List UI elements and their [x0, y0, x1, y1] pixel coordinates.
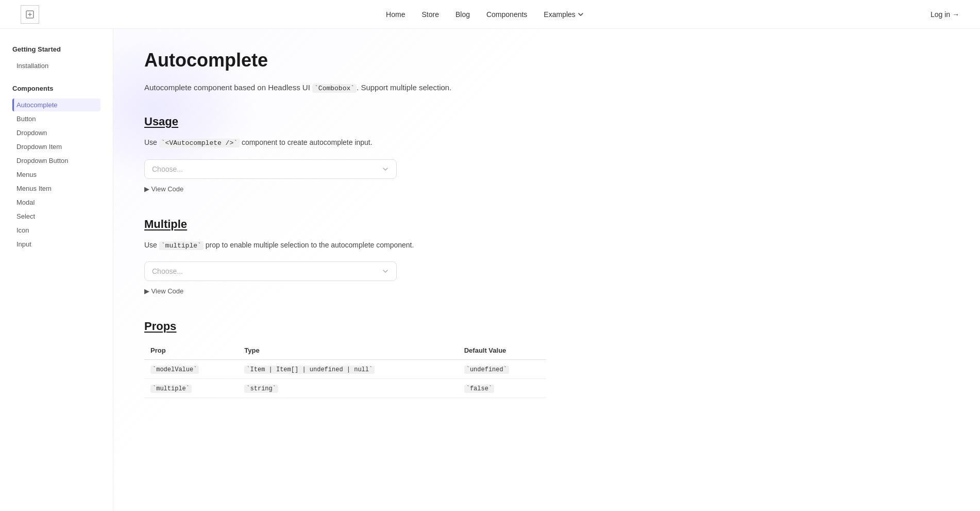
view-code-label-usage: ▶ View Code	[144, 185, 183, 193]
autocomplete-input-multiple[interactable]: Choose...	[144, 261, 397, 281]
sidebar: Getting Started Installation Components …	[0, 29, 113, 511]
props-table: Prop Type Default Value `modelValue` `It…	[144, 341, 546, 398]
prop-name-modelvalue: `modelValue`	[144, 360, 238, 379]
prop-name-multiple: `multiple`	[144, 379, 238, 398]
nav-blog[interactable]: Blog	[455, 10, 470, 19]
sidebar-item-button[interactable]: Button	[12, 112, 100, 125]
section-usage: Usage Use `<VAutocomplete />` component …	[144, 115, 546, 193]
prop-type-multiple: `string`	[238, 379, 458, 398]
sidebar-section-components: Components Autocomplete Button Dropdown …	[12, 85, 100, 251]
prop-default-modelvalue: `undefined`	[458, 360, 546, 379]
table-row: `modelValue` `Item | Item[] | undefined …	[144, 360, 546, 379]
autocomplete-placeholder-usage: Choose...	[152, 165, 183, 173]
prop-type-modelvalue: `Item | Item[] | undefined | null`	[238, 360, 458, 379]
props-table-header-row: Prop Type Default Value	[144, 341, 546, 360]
nav-store[interactable]: Store	[421, 10, 438, 19]
sidebar-section-title-getting-started: Getting Started	[12, 45, 100, 53]
sidebar-section-getting-started: Getting Started Installation	[12, 45, 100, 72]
prop-default-multiple: `false`	[458, 379, 546, 398]
view-code-usage[interactable]: ▶ View Code	[144, 185, 546, 193]
page-description: Autocomplete component based on Headless…	[144, 81, 546, 94]
section-title-usage: Usage	[144, 115, 546, 128]
nav-components[interactable]: Components	[486, 10, 527, 19]
sidebar-item-menus-item[interactable]: Menus Item	[12, 182, 100, 195]
usage-desc-code: `<VAutocomplete />`	[159, 139, 240, 147]
sidebar-item-dropdown-item[interactable]: Dropdown Item	[12, 140, 100, 153]
navbar: Home Store Blog Components Examples Log …	[0, 0, 980, 29]
multiple-desc-suffix: prop to enable multiple selection to the…	[204, 241, 414, 249]
usage-desc-suffix: component to create autocomplete input.	[240, 138, 373, 146]
login-link[interactable]: Log in →	[931, 10, 959, 19]
main-content: Autocomplete Autocomplete component base…	[113, 29, 577, 511]
page-desc-suffix: . Support multiple selection.	[357, 83, 451, 92]
sidebar-item-menus[interactable]: Menus	[12, 168, 100, 181]
nav-links: Home Store Blog Components Examples	[386, 10, 584, 19]
page-title: Autocomplete	[144, 50, 546, 71]
section-desc-multiple: Use `multiple` prop to enable multiple s…	[144, 239, 546, 252]
props-col-prop: Prop	[144, 341, 238, 360]
section-props: Props Prop Type Default Value `modelValu…	[144, 320, 546, 398]
nav-home[interactable]: Home	[386, 10, 405, 19]
multiple-desc-prefix: Use	[144, 241, 159, 249]
sidebar-item-icon[interactable]: Icon	[12, 224, 100, 237]
sidebar-item-autocomplete[interactable]: Autocomplete	[12, 98, 100, 111]
chevron-down-icon-usage	[382, 166, 389, 173]
page-desc-prefix: Autocomplete component based on Headless…	[144, 83, 312, 92]
multiple-desc-code: `multiple`	[159, 241, 204, 250]
props-col-type: Type	[238, 341, 458, 360]
autocomplete-input-usage[interactable]: Choose...	[144, 159, 397, 179]
sidebar-section-title-components: Components	[12, 85, 100, 92]
nav-examples-dropdown[interactable]: Examples	[544, 10, 583, 19]
page-layout: Getting Started Installation Components …	[0, 29, 980, 511]
nav-examples-label: Examples	[544, 10, 575, 19]
view-code-label-multiple: ▶ View Code	[144, 287, 183, 295]
section-desc-usage: Use `<VAutocomplete />` component to cre…	[144, 137, 546, 149]
table-row: `multiple` `string` `false`	[144, 379, 546, 398]
section-multiple: Multiple Use `multiple` prop to enable m…	[144, 218, 546, 295]
chevron-down-icon-multiple	[382, 268, 389, 275]
sidebar-item-dropdown[interactable]: Dropdown	[12, 126, 100, 139]
view-code-multiple[interactable]: ▶ View Code	[144, 287, 546, 295]
section-title-props: Props	[144, 320, 546, 333]
page-desc-code: `Combobox`	[312, 84, 357, 93]
sidebar-item-dropdown-button[interactable]: Dropdown Button	[12, 154, 100, 167]
usage-desc-prefix: Use	[144, 138, 159, 146]
sidebar-item-select[interactable]: Select	[12, 210, 100, 223]
autocomplete-placeholder-multiple: Choose...	[152, 267, 183, 275]
props-col-default: Default Value	[458, 341, 546, 360]
sidebar-item-modal[interactable]: Modal	[12, 196, 100, 209]
sidebar-item-installation[interactable]: Installation	[12, 59, 100, 72]
section-title-multiple: Multiple	[144, 218, 546, 231]
chevron-down-icon	[578, 11, 584, 18]
sidebar-item-input[interactable]: Input	[12, 238, 100, 251]
nav-logo[interactable]	[21, 5, 39, 24]
